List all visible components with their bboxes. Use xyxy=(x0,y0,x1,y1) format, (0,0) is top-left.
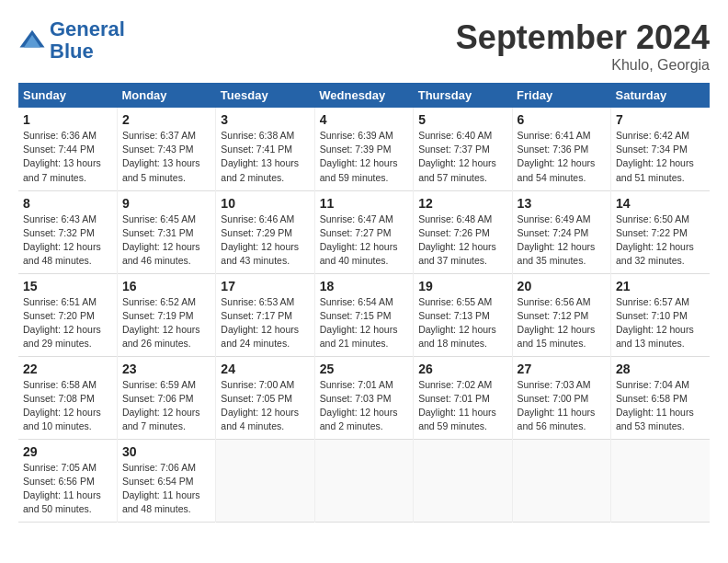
calendar-cell: 1 Sunrise: 6:36 AM Sunset: 7:44 PM Dayli… xyxy=(18,108,117,190)
day-number: 3 xyxy=(221,112,309,127)
day-number: 11 xyxy=(320,196,408,211)
day-number: 27 xyxy=(518,362,606,376)
day-info: Sunrise: 6:55 AM Sunset: 7:13 PM Dayligh… xyxy=(418,295,506,351)
logo-text: General Blue xyxy=(50,18,125,63)
week-row-4: 22 Sunrise: 6:58 AM Sunset: 7:08 PM Dayl… xyxy=(18,356,710,439)
day-info: Sunrise: 6:52 AM Sunset: 7:19 PM Dayligh… xyxy=(122,295,210,351)
col-monday: Monday xyxy=(117,83,215,108)
calendar-cell: 9 Sunrise: 6:45 AM Sunset: 7:31 PM Dayli… xyxy=(117,190,215,273)
header-row: Sunday Monday Tuesday Wednesday Thursday… xyxy=(18,83,710,108)
day-number: 13 xyxy=(518,196,606,211)
day-number: 21 xyxy=(616,279,705,293)
col-wednesday: Wednesday xyxy=(314,83,413,108)
calendar-cell: 11 Sunrise: 6:47 AM Sunset: 7:27 PM Dayl… xyxy=(314,190,413,273)
calendar-cell: 12 Sunrise: 6:48 AM Sunset: 7:26 PM Dayl… xyxy=(414,190,512,273)
col-tuesday: Tuesday xyxy=(216,83,314,108)
day-info: Sunrise: 6:39 AM Sunset: 7:39 PM Dayligh… xyxy=(320,129,408,185)
day-number: 26 xyxy=(418,362,506,376)
day-number: 23 xyxy=(122,362,210,376)
calendar-cell: 21 Sunrise: 6:57 AM Sunset: 7:10 PM Dayl… xyxy=(611,273,710,356)
day-info: Sunrise: 6:40 AM Sunset: 7:37 PM Dayligh… xyxy=(418,129,506,185)
title-block: September 2024 Khulo, Georgia xyxy=(456,18,710,74)
calendar-cell: 29 Sunrise: 7:05 AM Sunset: 6:56 PM Dayl… xyxy=(18,439,117,522)
day-number: 25 xyxy=(320,362,408,376)
calendar-cell: 17 Sunrise: 6:53 AM Sunset: 7:17 PM Dayl… xyxy=(216,273,314,356)
day-info: Sunrise: 6:49 AM Sunset: 7:24 PM Dayligh… xyxy=(518,213,606,269)
day-info: Sunrise: 6:56 AM Sunset: 7:12 PM Dayligh… xyxy=(518,295,606,351)
day-number: 1 xyxy=(23,112,112,127)
col-saturday: Saturday xyxy=(611,83,710,108)
day-info: Sunrise: 6:38 AM Sunset: 7:41 PM Dayligh… xyxy=(221,129,309,185)
logo: General Blue xyxy=(18,18,125,63)
day-info: Sunrise: 7:03 AM Sunset: 7:00 PM Dayligh… xyxy=(518,378,606,434)
logo-icon xyxy=(18,27,46,54)
day-info: Sunrise: 6:58 AM Sunset: 7:08 PM Dayligh… xyxy=(23,378,112,434)
day-number: 12 xyxy=(418,196,506,211)
week-row-5: 29 Sunrise: 7:05 AM Sunset: 6:56 PM Dayl… xyxy=(18,439,710,522)
calendar-cell: 2 Sunrise: 6:37 AM Sunset: 7:43 PM Dayli… xyxy=(117,108,215,190)
day-number: 2 xyxy=(122,112,210,127)
calendar-cell: 28 Sunrise: 7:04 AM Sunset: 6:58 PM Dayl… xyxy=(611,356,710,439)
day-number: 4 xyxy=(320,112,408,127)
day-info: Sunrise: 7:01 AM Sunset: 7:03 PM Dayligh… xyxy=(320,378,408,434)
calendar-body: 1 Sunrise: 6:36 AM Sunset: 7:44 PM Dayli… xyxy=(18,108,710,522)
day-info: Sunrise: 7:06 AM Sunset: 6:54 PM Dayligh… xyxy=(122,461,210,517)
col-sunday: Sunday xyxy=(18,83,117,108)
week-row-3: 15 Sunrise: 6:51 AM Sunset: 7:20 PM Dayl… xyxy=(18,273,710,356)
day-info: Sunrise: 6:42 AM Sunset: 7:34 PM Dayligh… xyxy=(616,129,705,185)
day-number: 22 xyxy=(23,362,112,376)
month-title: September 2024 xyxy=(456,18,710,57)
day-info: Sunrise: 6:50 AM Sunset: 7:22 PM Dayligh… xyxy=(616,213,705,269)
calendar-cell: 13 Sunrise: 6:49 AM Sunset: 7:24 PM Dayl… xyxy=(512,190,610,273)
day-number: 8 xyxy=(23,196,112,211)
day-info: Sunrise: 7:04 AM Sunset: 6:58 PM Dayligh… xyxy=(616,378,705,434)
day-number: 7 xyxy=(616,112,705,127)
day-info: Sunrise: 7:02 AM Sunset: 7:01 PM Dayligh… xyxy=(418,378,506,434)
calendar-cell: 27 Sunrise: 7:03 AM Sunset: 7:00 PM Dayl… xyxy=(512,356,610,439)
week-row-2: 8 Sunrise: 6:43 AM Sunset: 7:32 PM Dayli… xyxy=(18,190,710,273)
calendar-cell: 20 Sunrise: 6:56 AM Sunset: 7:12 PM Dayl… xyxy=(512,273,610,356)
day-number: 17 xyxy=(221,279,309,293)
day-info: Sunrise: 6:45 AM Sunset: 7:31 PM Dayligh… xyxy=(122,213,210,269)
day-info: Sunrise: 6:57 AM Sunset: 7:10 PM Dayligh… xyxy=(616,295,705,351)
calendar-cell: 7 Sunrise: 6:42 AM Sunset: 7:34 PM Dayli… xyxy=(611,108,710,190)
day-number: 24 xyxy=(221,362,309,376)
day-number: 18 xyxy=(320,279,408,293)
day-info: Sunrise: 6:51 AM Sunset: 7:20 PM Dayligh… xyxy=(23,295,112,351)
day-number: 6 xyxy=(518,112,606,127)
calendar-cell: 15 Sunrise: 6:51 AM Sunset: 7:20 PM Dayl… xyxy=(18,273,117,356)
day-info: Sunrise: 6:59 AM Sunset: 7:06 PM Dayligh… xyxy=(122,378,210,434)
day-info: Sunrise: 7:00 AM Sunset: 7:05 PM Dayligh… xyxy=(221,378,309,434)
day-info: Sunrise: 6:46 AM Sunset: 7:29 PM Dayligh… xyxy=(221,213,309,269)
day-number: 10 xyxy=(221,196,309,211)
day-number: 16 xyxy=(122,279,210,293)
calendar-cell xyxy=(414,439,512,522)
calendar-header: Sunday Monday Tuesday Wednesday Thursday… xyxy=(18,83,710,108)
day-info: Sunrise: 6:36 AM Sunset: 7:44 PM Dayligh… xyxy=(23,129,112,185)
calendar-cell: 22 Sunrise: 6:58 AM Sunset: 7:08 PM Dayl… xyxy=(18,356,117,439)
calendar-cell: 19 Sunrise: 6:55 AM Sunset: 7:13 PM Dayl… xyxy=(414,273,512,356)
day-number: 29 xyxy=(23,444,112,459)
day-info: Sunrise: 6:54 AM Sunset: 7:15 PM Dayligh… xyxy=(320,295,408,351)
calendar-table: Sunday Monday Tuesday Wednesday Thursday… xyxy=(18,83,710,523)
calendar-cell: 3 Sunrise: 6:38 AM Sunset: 7:41 PM Dayli… xyxy=(216,108,314,190)
calendar-cell: 10 Sunrise: 6:46 AM Sunset: 7:29 PM Dayl… xyxy=(216,190,314,273)
calendar-cell: 18 Sunrise: 6:54 AM Sunset: 7:15 PM Dayl… xyxy=(314,273,413,356)
calendar-cell: 5 Sunrise: 6:40 AM Sunset: 7:37 PM Dayli… xyxy=(414,108,512,190)
calendar-cell: 26 Sunrise: 7:02 AM Sunset: 7:01 PM Dayl… xyxy=(414,356,512,439)
day-info: Sunrise: 6:48 AM Sunset: 7:26 PM Dayligh… xyxy=(418,213,506,269)
page-header: General Blue September 2024 Khulo, Georg… xyxy=(18,18,710,74)
calendar-cell: 30 Sunrise: 7:06 AM Sunset: 6:54 PM Dayl… xyxy=(117,439,215,522)
calendar-cell xyxy=(512,439,610,522)
day-number: 30 xyxy=(122,444,210,459)
calendar-cell: 8 Sunrise: 6:43 AM Sunset: 7:32 PM Dayli… xyxy=(18,190,117,273)
day-number: 19 xyxy=(418,279,506,293)
day-number: 5 xyxy=(418,112,506,127)
calendar-cell: 23 Sunrise: 6:59 AM Sunset: 7:06 PM Dayl… xyxy=(117,356,215,439)
day-number: 9 xyxy=(122,196,210,211)
calendar-cell xyxy=(314,439,413,522)
col-friday: Friday xyxy=(512,83,610,108)
day-info: Sunrise: 7:05 AM Sunset: 6:56 PM Dayligh… xyxy=(23,461,112,517)
col-thursday: Thursday xyxy=(414,83,512,108)
day-number: 20 xyxy=(518,279,606,293)
